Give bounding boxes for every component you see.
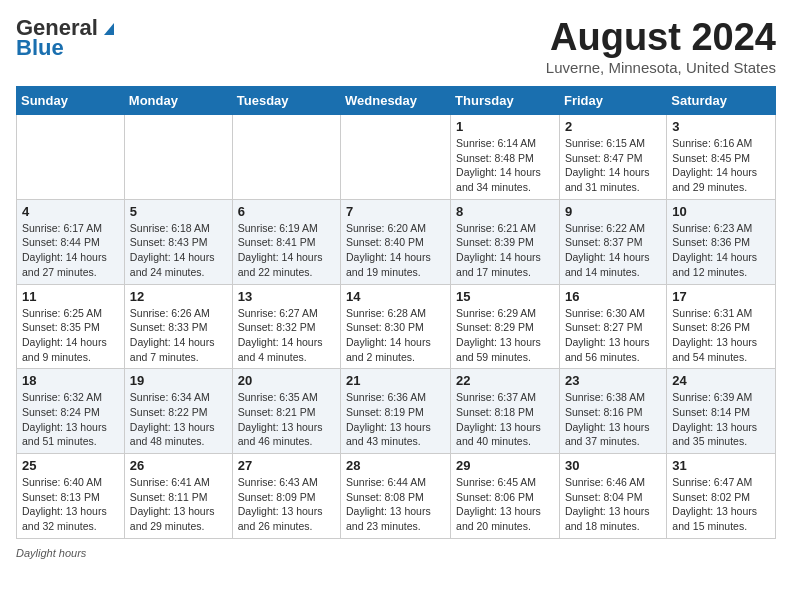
day-number: 2 [565,119,661,134]
day-info: Sunrise: 6:16 AM Sunset: 8:45 PM Dayligh… [672,136,770,195]
day-info: Sunrise: 6:18 AM Sunset: 8:43 PM Dayligh… [130,221,227,280]
day-number: 11 [22,289,119,304]
day-number: 7 [346,204,445,219]
day-info: Sunrise: 6:14 AM Sunset: 8:48 PM Dayligh… [456,136,554,195]
calendar-week-row: 25Sunrise: 6:40 AM Sunset: 8:13 PM Dayli… [17,454,776,539]
calendar-cell: 29Sunrise: 6:45 AM Sunset: 8:06 PM Dayli… [451,454,560,539]
day-number: 14 [346,289,445,304]
weekday-header: Sunday [17,87,125,115]
day-info: Sunrise: 6:27 AM Sunset: 8:32 PM Dayligh… [238,306,335,365]
day-info: Sunrise: 6:40 AM Sunset: 8:13 PM Dayligh… [22,475,119,534]
day-number: 4 [22,204,119,219]
calendar-cell: 3Sunrise: 6:16 AM Sunset: 8:45 PM Daylig… [667,115,776,200]
day-number: 10 [672,204,770,219]
footer-note: Daylight hours [16,547,776,559]
day-info: Sunrise: 6:34 AM Sunset: 8:22 PM Dayligh… [130,390,227,449]
calendar-cell: 12Sunrise: 6:26 AM Sunset: 8:33 PM Dayli… [124,284,232,369]
day-number: 16 [565,289,661,304]
weekday-header: Friday [559,87,666,115]
day-number: 3 [672,119,770,134]
day-number: 22 [456,373,554,388]
weekday-header: Saturday [667,87,776,115]
day-number: 13 [238,289,335,304]
calendar-cell: 9Sunrise: 6:22 AM Sunset: 8:37 PM Daylig… [559,199,666,284]
calendar-cell: 6Sunrise: 6:19 AM Sunset: 8:41 PM Daylig… [232,199,340,284]
calendar-cell: 7Sunrise: 6:20 AM Sunset: 8:40 PM Daylig… [341,199,451,284]
day-info: Sunrise: 6:31 AM Sunset: 8:26 PM Dayligh… [672,306,770,365]
day-number: 12 [130,289,227,304]
day-number: 29 [456,458,554,473]
calendar-cell: 10Sunrise: 6:23 AM Sunset: 8:36 PM Dayli… [667,199,776,284]
day-number: 15 [456,289,554,304]
day-info: Sunrise: 6:45 AM Sunset: 8:06 PM Dayligh… [456,475,554,534]
calendar-cell: 27Sunrise: 6:43 AM Sunset: 8:09 PM Dayli… [232,454,340,539]
day-number: 30 [565,458,661,473]
location-title: Luverne, Minnesota, United States [546,59,776,76]
calendar-cell: 5Sunrise: 6:18 AM Sunset: 8:43 PM Daylig… [124,199,232,284]
calendar-cell: 18Sunrise: 6:32 AM Sunset: 8:24 PM Dayli… [17,369,125,454]
day-number: 24 [672,373,770,388]
calendar-week-row: 11Sunrise: 6:25 AM Sunset: 8:35 PM Dayli… [17,284,776,369]
weekday-header-row: SundayMondayTuesdayWednesdayThursdayFrid… [17,87,776,115]
day-info: Sunrise: 6:28 AM Sunset: 8:30 PM Dayligh… [346,306,445,365]
day-number: 28 [346,458,445,473]
calendar-table: SundayMondayTuesdayWednesdayThursdayFrid… [16,86,776,539]
day-info: Sunrise: 6:20 AM Sunset: 8:40 PM Dayligh… [346,221,445,280]
calendar-cell: 22Sunrise: 6:37 AM Sunset: 8:18 PM Dayli… [451,369,560,454]
daylight-note: Daylight hours [16,547,86,559]
svg-marker-0 [104,23,114,35]
day-info: Sunrise: 6:41 AM Sunset: 8:11 PM Dayligh… [130,475,227,534]
day-info: Sunrise: 6:19 AM Sunset: 8:41 PM Dayligh… [238,221,335,280]
day-info: Sunrise: 6:44 AM Sunset: 8:08 PM Dayligh… [346,475,445,534]
day-info: Sunrise: 6:30 AM Sunset: 8:27 PM Dayligh… [565,306,661,365]
day-info: Sunrise: 6:38 AM Sunset: 8:16 PM Dayligh… [565,390,661,449]
day-number: 20 [238,373,335,388]
day-info: Sunrise: 6:46 AM Sunset: 8:04 PM Dayligh… [565,475,661,534]
day-number: 9 [565,204,661,219]
month-title: August 2024 [546,16,776,59]
logo: General Blue [16,16,118,60]
calendar-cell [124,115,232,200]
day-number: 1 [456,119,554,134]
day-number: 23 [565,373,661,388]
weekday-header: Tuesday [232,87,340,115]
logo-icon [100,19,118,37]
calendar-week-row: 18Sunrise: 6:32 AM Sunset: 8:24 PM Dayli… [17,369,776,454]
day-number: 25 [22,458,119,473]
calendar-cell: 30Sunrise: 6:46 AM Sunset: 8:04 PM Dayli… [559,454,666,539]
day-info: Sunrise: 6:37 AM Sunset: 8:18 PM Dayligh… [456,390,554,449]
day-number: 17 [672,289,770,304]
calendar-cell: 4Sunrise: 6:17 AM Sunset: 8:44 PM Daylig… [17,199,125,284]
day-info: Sunrise: 6:39 AM Sunset: 8:14 PM Dayligh… [672,390,770,449]
day-info: Sunrise: 6:47 AM Sunset: 8:02 PM Dayligh… [672,475,770,534]
calendar-cell: 11Sunrise: 6:25 AM Sunset: 8:35 PM Dayli… [17,284,125,369]
weekday-header: Wednesday [341,87,451,115]
day-info: Sunrise: 6:21 AM Sunset: 8:39 PM Dayligh… [456,221,554,280]
day-number: 18 [22,373,119,388]
calendar-cell: 8Sunrise: 6:21 AM Sunset: 8:39 PM Daylig… [451,199,560,284]
calendar-cell [17,115,125,200]
calendar-cell: 28Sunrise: 6:44 AM Sunset: 8:08 PM Dayli… [341,454,451,539]
day-number: 26 [130,458,227,473]
calendar-cell: 16Sunrise: 6:30 AM Sunset: 8:27 PM Dayli… [559,284,666,369]
weekday-header: Thursday [451,87,560,115]
day-info: Sunrise: 6:17 AM Sunset: 8:44 PM Dayligh… [22,221,119,280]
day-info: Sunrise: 6:22 AM Sunset: 8:37 PM Dayligh… [565,221,661,280]
day-number: 21 [346,373,445,388]
calendar-cell: 23Sunrise: 6:38 AM Sunset: 8:16 PM Dayli… [559,369,666,454]
calendar-cell: 17Sunrise: 6:31 AM Sunset: 8:26 PM Dayli… [667,284,776,369]
day-number: 8 [456,204,554,219]
calendar-cell: 14Sunrise: 6:28 AM Sunset: 8:30 PM Dayli… [341,284,451,369]
calendar-cell: 13Sunrise: 6:27 AM Sunset: 8:32 PM Dayli… [232,284,340,369]
day-info: Sunrise: 6:23 AM Sunset: 8:36 PM Dayligh… [672,221,770,280]
day-info: Sunrise: 6:26 AM Sunset: 8:33 PM Dayligh… [130,306,227,365]
calendar-week-row: 1Sunrise: 6:14 AM Sunset: 8:48 PM Daylig… [17,115,776,200]
calendar-cell: 31Sunrise: 6:47 AM Sunset: 8:02 PM Dayli… [667,454,776,539]
day-number: 31 [672,458,770,473]
calendar-cell: 26Sunrise: 6:41 AM Sunset: 8:11 PM Dayli… [124,454,232,539]
calendar-cell [341,115,451,200]
calendar-cell: 15Sunrise: 6:29 AM Sunset: 8:29 PM Dayli… [451,284,560,369]
day-info: Sunrise: 6:36 AM Sunset: 8:19 PM Dayligh… [346,390,445,449]
day-info: Sunrise: 6:15 AM Sunset: 8:47 PM Dayligh… [565,136,661,195]
day-info: Sunrise: 6:25 AM Sunset: 8:35 PM Dayligh… [22,306,119,365]
